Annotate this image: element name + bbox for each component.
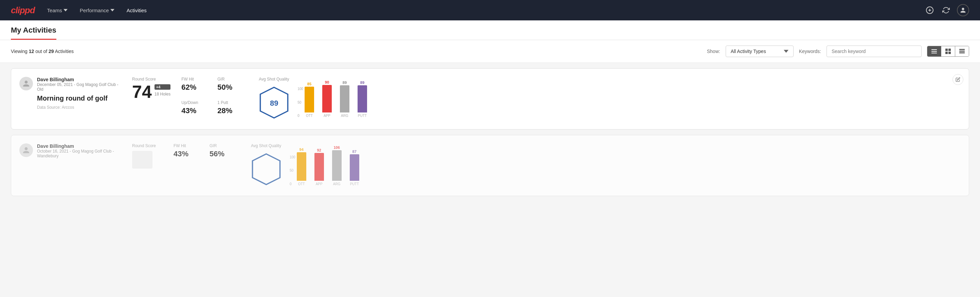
activity-card: Dave Billingham October 16, 2021 - Gog M… bbox=[11, 135, 969, 196]
page-header: My Activities bbox=[0, 21, 980, 40]
show-label: Show: bbox=[707, 49, 720, 54]
svg-rect-5 bbox=[931, 53, 937, 53]
viewing-count: 12 bbox=[29, 49, 34, 54]
gir-label: GIR bbox=[217, 77, 248, 81]
activity-title: Morning round of golf bbox=[37, 94, 121, 102]
avg-shot-quality: Avg Shot Quality 89 100 50 0 bbox=[259, 77, 367, 121]
oneputt-block: 1 Putt 28% bbox=[217, 100, 248, 121]
avatar bbox=[19, 77, 33, 90]
avatar bbox=[19, 144, 33, 157]
y-axis: 100 50 0 bbox=[290, 155, 297, 186]
nav-activities[interactable]: Activities bbox=[127, 8, 147, 13]
svg-rect-3 bbox=[931, 49, 937, 50]
activity-card: Dave Billingham December 05, 2021 - Gog … bbox=[11, 68, 969, 129]
data-source: Data Source: Arccos bbox=[37, 105, 121, 110]
card-stats: Round Score FW Hit 43% GIR 56% Avg Shot … bbox=[132, 144, 961, 188]
gir-value: 56% bbox=[210, 150, 240, 158]
gir-value: 50% bbox=[217, 83, 248, 92]
refresh-button[interactable] bbox=[940, 5, 951, 16]
keywords-label: Keywords: bbox=[799, 49, 821, 54]
nav-teams[interactable]: Teams bbox=[47, 8, 68, 13]
svg-rect-7 bbox=[948, 49, 951, 51]
bars-container: 85 OTT 90 APP 89 bbox=[305, 80, 367, 118]
hex-score bbox=[251, 152, 282, 188]
navbar-left: clippd Teams Performance Activities bbox=[11, 5, 147, 16]
grid-view-button[interactable] bbox=[941, 46, 955, 56]
card-info: Dave Billingham December 05, 2021 - Gog … bbox=[37, 77, 121, 110]
viewing-count-text: Viewing 12 out of 29 Activities bbox=[11, 49, 702, 54]
hex-score-value: 89 bbox=[270, 99, 278, 108]
oneputt-label: 1 Putt bbox=[217, 100, 248, 105]
hex-score: 89 bbox=[259, 86, 289, 121]
bar-putt: 89 PUTT bbox=[358, 81, 367, 118]
filter-bar: Viewing 12 out of 29 Activities Show: Al… bbox=[0, 40, 980, 63]
fw-hit-label: FW Hit bbox=[173, 144, 204, 148]
updown-block: Up/Down 43% bbox=[181, 100, 212, 121]
activity-date: October 16, 2021 - Gog Magog Golf Club -… bbox=[37, 149, 121, 158]
avg-shot-quality: Avg Shot Quality 100 50 0 bbox=[251, 144, 359, 188]
bars-container: 94 OTT 92 APP 106 bbox=[297, 145, 359, 186]
secondary-stats: FW Hit 62% GIR 50% Up/Down 43% 1 Putt 28… bbox=[181, 77, 248, 121]
activities-list: Dave Billingham December 05, 2021 - Gog … bbox=[0, 63, 980, 207]
fw-hit-block: FW Hit 43% bbox=[173, 144, 204, 188]
updown-value: 43% bbox=[181, 106, 212, 115]
secondary-stats: FW Hit 43% GIR 56% bbox=[173, 144, 240, 188]
gir-label: GIR bbox=[210, 144, 240, 148]
svg-marker-14 bbox=[253, 154, 280, 185]
svg-rect-8 bbox=[945, 52, 948, 54]
round-score-label: Round Score bbox=[132, 77, 170, 81]
activity-date: December 05, 2021 - Gog Magog Golf Club … bbox=[37, 82, 121, 92]
add-button[interactable] bbox=[924, 5, 935, 16]
svg-rect-9 bbox=[948, 52, 951, 54]
card-left: Dave Billingham October 16, 2021 - Gog M… bbox=[19, 144, 121, 161]
round-score-block: Round Score bbox=[132, 144, 163, 188]
bar-arg: 89 ARG bbox=[340, 81, 349, 118]
viewing-total: 29 bbox=[49, 49, 54, 54]
round-score-label: Round Score bbox=[132, 144, 163, 148]
list-compact-view-button[interactable] bbox=[928, 46, 941, 56]
avg-shot-quality-label: Avg Shot Quality bbox=[259, 77, 289, 81]
gir-block: GIR 56% bbox=[210, 144, 240, 188]
y-axis: 100 50 0 bbox=[298, 87, 305, 118]
edit-button[interactable] bbox=[953, 74, 963, 85]
card-stats: Round Score 74 +4 18 Holes FW Hit 62% GI… bbox=[132, 77, 961, 121]
svg-rect-12 bbox=[959, 52, 965, 53]
score-badge: +4 bbox=[154, 84, 170, 90]
gir-block: GIR 50% bbox=[217, 77, 248, 97]
view-toggle bbox=[927, 46, 969, 57]
svg-rect-11 bbox=[959, 51, 965, 52]
svg-rect-10 bbox=[959, 49, 965, 50]
navbar: clippd Teams Performance Activities bbox=[0, 0, 980, 21]
bar-ott: 85 OTT bbox=[305, 82, 314, 118]
card-info: Dave Billingham October 16, 2021 - Gog M… bbox=[37, 144, 121, 161]
nav-performance[interactable]: Performance bbox=[80, 8, 115, 13]
card-left: Dave Billingham December 05, 2021 - Gog … bbox=[19, 77, 121, 110]
search-input[interactable] bbox=[827, 46, 921, 57]
logo[interactable]: clippd bbox=[11, 5, 35, 16]
fw-hit-value: 43% bbox=[173, 150, 204, 158]
player-name: Dave Billingham bbox=[37, 144, 121, 149]
score-display: 74 +4 18 Holes bbox=[132, 83, 170, 101]
navbar-right bbox=[924, 4, 969, 16]
updown-label: Up/Down bbox=[181, 100, 212, 105]
round-score-block: Round Score 74 +4 18 Holes bbox=[132, 77, 170, 121]
fw-hit-block: FW Hit 62% bbox=[181, 77, 212, 97]
fw-hit-value: 62% bbox=[181, 83, 212, 92]
player-name: Dave Billingham bbox=[37, 77, 121, 82]
oneputt-value: 28% bbox=[217, 106, 248, 115]
svg-rect-4 bbox=[931, 51, 937, 52]
list-full-view-button[interactable] bbox=[955, 46, 969, 56]
bar-putt: 87 PUTT bbox=[350, 150, 359, 186]
bar-ott: 94 OTT bbox=[297, 147, 306, 186]
bar-app: 92 APP bbox=[315, 148, 324, 186]
fw-hit-label: FW Hit bbox=[181, 77, 212, 81]
score-holes: 18 Holes bbox=[154, 92, 170, 96]
score-number: 74 bbox=[132, 83, 152, 101]
page-title: My Activities bbox=[11, 26, 56, 40]
avg-shot-quality-label: Avg Shot Quality bbox=[251, 144, 282, 148]
svg-rect-6 bbox=[945, 49, 948, 51]
bar-chart: 100 50 0 85 OTT 90 bbox=[298, 80, 367, 118]
activity-type-select[interactable]: All Activity Types bbox=[725, 46, 794, 57]
user-avatar-button[interactable] bbox=[957, 4, 969, 16]
bar-chart: 100 50 0 94 OTT 92 bbox=[290, 145, 359, 186]
